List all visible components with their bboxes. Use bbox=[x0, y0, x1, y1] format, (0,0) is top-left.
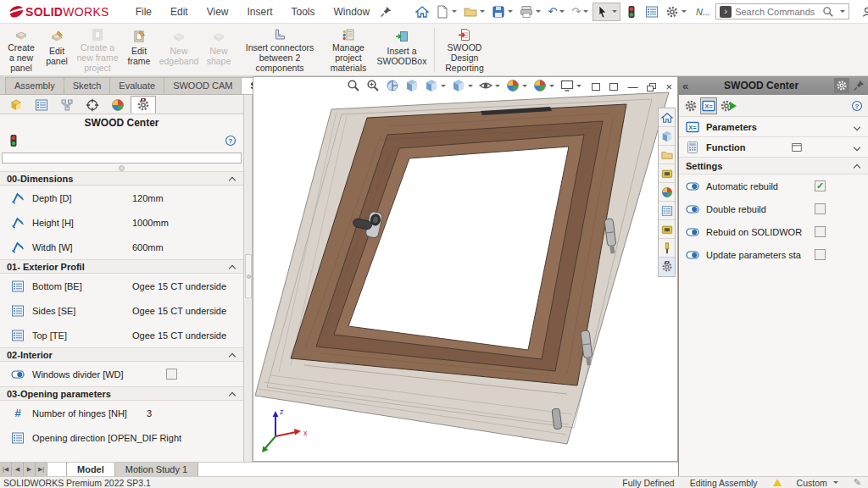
swood-reporting-button[interactable]: SWOOD Design Reporting bbox=[438, 26, 491, 74]
menu-tools[interactable]: Tools bbox=[284, 3, 323, 21]
note-tool-label[interactable]: N... bbox=[696, 7, 710, 17]
rebuild-on-solidworks-checkbox[interactable]: ✓ bbox=[815, 226, 826, 237]
configuration-manager-tab[interactable] bbox=[54, 96, 80, 114]
appearances-tab[interactable] bbox=[659, 183, 675, 202]
windows-divider-checkbox[interactable]: ✓ bbox=[166, 369, 177, 380]
section-opening-parameters-header[interactable]: 03-Opening parameters bbox=[0, 386, 243, 401]
dropdown-caret[interactable] bbox=[612, 10, 617, 13]
help-icon[interactable] bbox=[851, 100, 863, 112]
parameters-row[interactable]: Parameters bbox=[679, 117, 868, 137]
swood-machining-tab[interactable] bbox=[659, 220, 675, 239]
update-parameters-checkbox[interactable]: ✓ bbox=[815, 249, 826, 260]
scroll-next-button[interactable]: ▶ bbox=[24, 463, 36, 476]
undo-button[interactable]: ↶ bbox=[545, 3, 567, 20]
display-manager-tab[interactable] bbox=[105, 96, 131, 114]
dropdown-caret[interactable] bbox=[441, 85, 446, 87]
scroll-prev-button[interactable]: ◀ bbox=[12, 463, 24, 476]
settings-section-header[interactable]: Settings bbox=[679, 158, 868, 175]
dropdown-caret[interactable] bbox=[682, 10, 687, 13]
new-document-button[interactable] bbox=[433, 3, 459, 21]
parameters-mode-button[interactable] bbox=[700, 97, 717, 114]
dropdown-caret[interactable] bbox=[583, 10, 588, 13]
section-dimensions-header[interactable]: 00-Dimensions bbox=[0, 171, 243, 186]
help-icon[interactable] bbox=[225, 135, 236, 147]
view-settings-button[interactable] bbox=[560, 79, 581, 92]
feature-manager-tab[interactable] bbox=[3, 96, 29, 114]
scroll-first-button[interactable]: |◀ bbox=[0, 463, 12, 476]
dropdown-caret[interactable] bbox=[480, 10, 485, 13]
dimxpert-manager-tab[interactable] bbox=[80, 96, 105, 114]
appearances-button[interactable] bbox=[506, 79, 527, 92]
menu-view[interactable]: View bbox=[199, 3, 236, 21]
redo-button[interactable]: ↷ bbox=[569, 3, 591, 20]
tab-model[interactable]: Model bbox=[66, 463, 115, 476]
search-dropdown-caret[interactable] bbox=[840, 10, 845, 13]
menu-window[interactable]: Window bbox=[326, 3, 378, 21]
param-value[interactable]: Ogee 15 CT underside bbox=[132, 306, 226, 316]
automatic-rebuild-checkbox[interactable]: ✓ bbox=[815, 180, 826, 191]
dropdown-caret[interactable] bbox=[576, 85, 581, 87]
insert-connectors-button[interactable]: Insert connectors between 2 components bbox=[236, 26, 324, 74]
pane-left-icon[interactable] bbox=[592, 83, 600, 91]
section-exterior-profile-header[interactable]: 01- Exterior Profil bbox=[0, 259, 243, 274]
open-button[interactable] bbox=[461, 3, 487, 21]
dropdown-caret[interactable] bbox=[833, 481, 838, 484]
options-button[interactable] bbox=[663, 3, 689, 21]
pin-menu-button[interactable] bbox=[377, 3, 394, 20]
previous-view-button[interactable] bbox=[405, 79, 419, 92]
doc-close-button[interactable]: × bbox=[665, 80, 672, 93]
section-interior-header[interactable]: 02-Interior bbox=[0, 347, 243, 362]
dropdown-caret[interactable] bbox=[452, 10, 457, 13]
param-value[interactable]: 1000mm bbox=[132, 218, 169, 228]
dropdown-caret[interactable] bbox=[559, 10, 565, 13]
dropdown-caret[interactable] bbox=[495, 85, 500, 87]
menu-file[interactable]: File bbox=[128, 3, 159, 21]
doc-minimize-button[interactable]: — bbox=[627, 81, 637, 93]
hide-show-items-button[interactable] bbox=[479, 79, 500, 92]
tab-assembly[interactable]: Assembly bbox=[5, 77, 64, 94]
insert-swoodbox-button[interactable]: Insert a SWOODBox bbox=[373, 26, 431, 74]
collapse-pane-button[interactable]: « bbox=[682, 80, 688, 92]
feature-list-button[interactable] bbox=[643, 3, 661, 21]
pin-icon[interactable] bbox=[853, 80, 865, 92]
zoom-fit-button[interactable] bbox=[347, 79, 360, 92]
property-manager-tab[interactable] bbox=[29, 96, 54, 114]
tab-sketch[interactable]: Sketch bbox=[64, 77, 111, 94]
param-value[interactable]: 120mm bbox=[132, 193, 164, 203]
param-value[interactable]: 600mm bbox=[132, 242, 164, 252]
dropdown-caret[interactable] bbox=[522, 85, 527, 87]
search-icon[interactable] bbox=[822, 6, 834, 18]
zoom-area-button[interactable] bbox=[366, 79, 380, 92]
swood-center-tab[interactable] bbox=[131, 96, 156, 114]
graphics-viewport[interactable]: z x — × bbox=[253, 76, 678, 462]
run-rules-button[interactable] bbox=[720, 99, 737, 113]
manage-materials-button[interactable]: Manage project materials bbox=[324, 26, 373, 74]
menu-insert[interactable]: Insert bbox=[240, 3, 281, 21]
view-orientation-button[interactable] bbox=[425, 79, 446, 92]
swood-center-pane-tab[interactable] bbox=[659, 258, 675, 276]
swood-tooling-tab[interactable] bbox=[659, 239, 675, 258]
search-input[interactable] bbox=[735, 7, 819, 17]
pane-options-button[interactable] bbox=[834, 78, 849, 93]
print-button[interactable] bbox=[517, 3, 543, 21]
select-tool-button[interactable] bbox=[593, 3, 620, 21]
menu-edit[interactable]: Edit bbox=[163, 3, 196, 21]
dropdown-caret[interactable] bbox=[468, 85, 473, 87]
window-frame-model[interactable]: z x bbox=[253, 77, 677, 461]
rebuild-status-button[interactable] bbox=[622, 3, 641, 21]
dropdown-caret[interactable] bbox=[549, 85, 554, 87]
tab-motion-study[interactable]: Motion Study 1 bbox=[115, 463, 198, 476]
splitter-handle[interactable] bbox=[245, 254, 252, 298]
panel-filter-input[interactable] bbox=[2, 152, 242, 164]
param-value[interactable]: Ogee 15 CT underside bbox=[132, 281, 226, 291]
param-value[interactable]: 3 bbox=[147, 408, 152, 419]
panel-splitter-grip[interactable] bbox=[0, 165, 243, 171]
double-rebuild-checkbox[interactable]: ✓ bbox=[815, 203, 826, 214]
scroll-last-button[interactable]: ▶| bbox=[36, 463, 47, 476]
section-view-button[interactable] bbox=[386, 79, 399, 92]
account-icon[interactable] bbox=[861, 6, 868, 18]
param-value[interactable]: Ogee 15 CT underside bbox=[132, 330, 226, 341]
swood-settings-icon[interactable] bbox=[684, 99, 698, 113]
view-palette-tab[interactable] bbox=[659, 164, 675, 183]
dropdown-caret[interactable] bbox=[508, 10, 513, 13]
